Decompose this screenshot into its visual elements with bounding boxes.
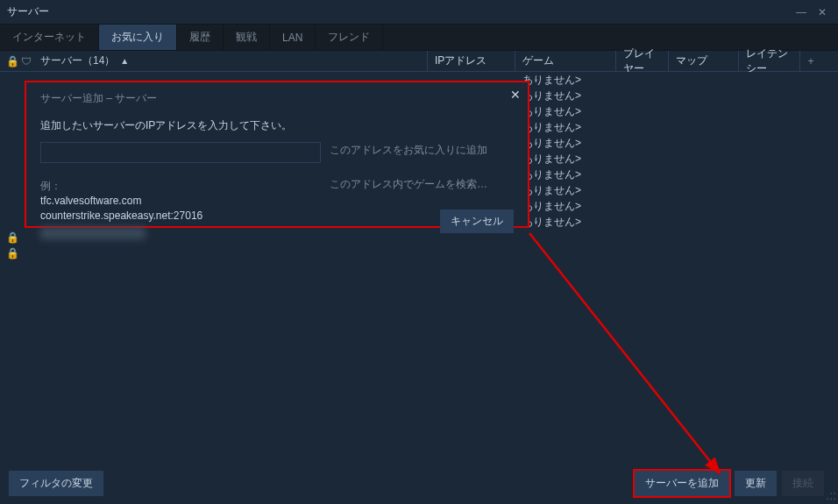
sort-ascending-icon: ▲ xyxy=(120,56,129,66)
tab-spectate[interactable]: 観戦 xyxy=(224,25,270,50)
column-map[interactable]: マップ xyxy=(669,51,739,71)
column-latency[interactable]: レイテンシー xyxy=(739,51,800,71)
column-server[interactable]: サーバー（14） ▲ xyxy=(33,51,428,71)
connect-button: 接続 xyxy=(782,471,824,496)
add-server-button[interactable]: サーバーを追加 xyxy=(635,471,729,496)
ip-address-input[interactable] xyxy=(40,142,321,163)
example-label: 例： xyxy=(40,179,330,194)
column-player[interactable]: プレイヤー xyxy=(616,51,669,71)
find-games-link[interactable]: このアドレス内でゲームを検索… xyxy=(330,177,514,192)
tab-favorites[interactable]: お気に入り xyxy=(99,25,177,50)
tab-lan[interactable]: LAN xyxy=(270,25,316,50)
dialog-prompt: 追加したいサーバーのIPアドレスを入力して下さい。 xyxy=(40,118,514,133)
change-filter-button[interactable]: フィルタの変更 xyxy=(9,471,103,496)
lock-icon: 🔒 xyxy=(5,231,19,244)
cancel-button[interactable]: キャンセル xyxy=(440,209,514,233)
minimize-button[interactable]: — xyxy=(792,4,810,21)
add-to-favorites-link[interactable]: このアドレスをお気に入りに追加 xyxy=(330,143,514,158)
tab-friend[interactable]: フレンド xyxy=(316,25,383,50)
refresh-button[interactable]: 更新 xyxy=(735,471,777,496)
window-title: サーバー xyxy=(7,4,789,19)
resize-grip[interactable]: .:: xyxy=(826,488,836,502)
lock-icon: 🔒 xyxy=(5,55,19,67)
column-ip[interactable]: IPアドレス xyxy=(428,51,515,71)
example-text-1: tfc.valvesoftware.com xyxy=(40,194,330,209)
dialog-title: サーバー追加 – サーバー xyxy=(40,91,514,106)
shield-icon: 🛡 xyxy=(19,55,33,67)
example-text-2: counterstrike.speakeasy.net:27016 xyxy=(40,209,330,224)
tab-internet[interactable]: インターネット xyxy=(0,25,99,50)
add-server-dialog: サーバー追加 – サーバー ✕ 追加したいサーバーのIPアドレスを入力して下さい… xyxy=(25,81,529,228)
add-column-button[interactable]: + xyxy=(800,55,821,67)
close-button[interactable]: ✕ xyxy=(813,4,831,21)
tab-history[interactable]: 履歴 xyxy=(177,25,224,50)
table-row[interactable]: 🔒 xyxy=(0,245,838,261)
dialog-close-button[interactable]: ✕ xyxy=(510,88,521,102)
column-game[interactable]: ゲーム xyxy=(515,51,616,71)
column-server-label: サーバー（14） xyxy=(40,53,115,68)
lock-icon: 🔒 xyxy=(5,247,19,259)
